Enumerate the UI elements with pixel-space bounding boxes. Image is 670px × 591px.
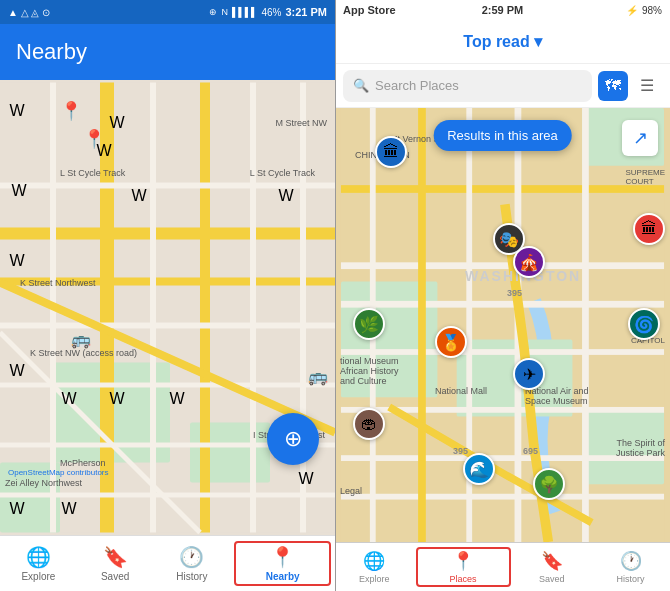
nav-item-explore[interactable]: 🌐 Explore: [0, 541, 77, 586]
avatar-icon-3: 🌿: [359, 315, 379, 334]
map-pin-w8: W: [8, 360, 26, 382]
ios-nav-explore[interactable]: 🌐 Explore: [335, 546, 414, 588]
museum-label-3: and Culture: [340, 376, 387, 386]
ios-nav-places[interactable]: 📍 Places: [416, 547, 511, 587]
svg-rect-24: [341, 185, 664, 193]
map-pin-w5: W: [130, 185, 148, 207]
svg-rect-16: [300, 83, 306, 533]
ios-saved-label: Saved: [539, 574, 565, 584]
avatar-11: 🏛: [633, 213, 665, 245]
search-icon: 🔍: [353, 78, 369, 93]
justice-label: Justice Park: [616, 448, 665, 458]
search-bar-container: 🔍 Search Places 🗺 ☰: [335, 64, 670, 108]
map-pin-w10: W: [108, 388, 126, 410]
avatar-1: 🏛: [375, 136, 407, 168]
svg-rect-7: [200, 83, 210, 533]
map-area-left[interactable]: M Street NW L St Cycle Track L St Cycle …: [0, 80, 335, 535]
ios-nav-saved[interactable]: 🔖 Saved: [513, 546, 592, 588]
map-credit: OpenStreetMap contributors: [8, 468, 109, 477]
results-tooltip[interactable]: Results in this area: [433, 120, 572, 151]
svg-rect-26: [341, 301, 664, 308]
map-pin-w14: W: [60, 498, 78, 520]
map-pin-w1: W: [108, 112, 126, 134]
search-placeholder: Search Places: [375, 78, 459, 93]
nearby-label: Nearby: [266, 571, 300, 582]
explore-icon: 🌐: [26, 545, 51, 569]
android-bottom-nav: 🌐 Explore 🔖 Saved 🕐 History 📍 Nearby: [0, 535, 335, 591]
avatar-icon-9: 🌊: [469, 460, 489, 479]
battery-percent: 46%: [261, 7, 281, 18]
avatar-9: 🌊: [463, 453, 495, 485]
avatar-6: 🌀: [628, 308, 660, 340]
avatar-icon-7: 🎪: [519, 253, 539, 272]
ios-nav-history[interactable]: 🕐 History: [591, 546, 670, 588]
search-bar[interactable]: 🔍 Search Places: [343, 70, 592, 102]
map-pin-bus1: 🚌: [309, 365, 327, 387]
top-read-label: Top read: [463, 33, 529, 51]
ios-explore-icon: 🌐: [363, 550, 385, 572]
history-label: History: [176, 571, 207, 582]
nav-item-nearby[interactable]: 📍 Nearby: [234, 541, 331, 586]
bluetooth-icon: ⚡: [626, 5, 638, 16]
location-icon: ⊕: [209, 7, 217, 17]
saved-label: Saved: [101, 571, 129, 582]
map-pin-w6: W: [277, 185, 295, 207]
avatar-icon-1: 🏛: [383, 143, 399, 161]
right-panel: App Store 2:59 PM ⚡ 98% Top read ▾ 🔍 Sea…: [335, 0, 670, 591]
map-pin-bus2: 🚌: [72, 328, 90, 350]
avatar-icon-4: 🏅: [441, 333, 461, 352]
ios-explore-label: Explore: [359, 574, 390, 584]
ios-places-label: Places: [450, 574, 477, 584]
avatar-8: 🏟: [353, 408, 385, 440]
status-left: ▲ △ ◬ ⊙: [8, 7, 50, 18]
avatar-7: 🎪: [513, 246, 545, 278]
road-label-3: L St Cycle Track: [250, 168, 315, 178]
svg-rect-33: [582, 108, 589, 542]
supreme-court-label: SUPREMECOURT: [625, 168, 665, 186]
view-toggle: 🗺 ☰: [598, 71, 662, 101]
museum-label-2: African History: [340, 366, 399, 376]
mall-label: National Mall: [435, 386, 487, 396]
page-title: Nearby: [16, 39, 87, 65]
ios-status-right-group: ⚡ 98%: [626, 5, 662, 16]
location-arrow-button[interactable]: ↗: [622, 120, 658, 156]
svg-rect-14: [150, 83, 156, 533]
map-pin-1: 📍: [62, 100, 80, 122]
avatar-icon-10: 🌳: [539, 475, 559, 494]
nearby-icon: 📍: [270, 545, 295, 569]
map-view-icon: 🗺: [605, 77, 621, 95]
time-display: 3:21 PM: [285, 6, 327, 18]
carrier-label: App Store: [343, 4, 396, 16]
chevron-down-icon: ▾: [534, 32, 542, 51]
top-read-button[interactable]: Top read ▾: [463, 32, 541, 51]
panel-divider: [335, 0, 336, 591]
avatar-10: 🌳: [533, 468, 565, 500]
map-view-toggle[interactable]: 🗺: [598, 71, 628, 101]
park-label: McPherson: [60, 458, 106, 468]
nav-item-saved[interactable]: 🔖 Saved: [77, 541, 154, 586]
legal-label: Legal: [340, 486, 362, 496]
ios-top-bar: Top read ▾: [335, 20, 670, 64]
map-pin-w3: W: [8, 100, 26, 122]
map-area-right[interactable]: CHINATOWN Mt Vernon Square WASHINGTON ti…: [335, 108, 670, 542]
svg-rect-27: [341, 349, 664, 355]
ios-status-bar: App Store 2:59 PM ⚡ 98%: [335, 0, 670, 20]
battery-level: 98%: [642, 5, 662, 16]
alley-label: Zei Alley Northwest: [5, 478, 82, 488]
svg-rect-15: [250, 83, 256, 533]
map-pin-w11: W: [168, 388, 186, 410]
saved-icon: 🔖: [103, 545, 128, 569]
map-roads-svg: [0, 80, 335, 535]
road-label-k: K Street Northwest: [20, 278, 96, 288]
arrow-icon: ↗: [633, 127, 648, 149]
nav-item-history[interactable]: 🕐 History: [154, 541, 231, 586]
list-view-toggle[interactable]: ☰: [632, 71, 662, 101]
map-background-right: CHINATOWN Mt Vernon Square WASHINGTON ti…: [335, 108, 670, 542]
android-status-bar: ▲ △ ◬ ⊙ ⊕ N ▌▌▌▌ 46% 3:21 PM: [0, 0, 335, 24]
ios-time: 2:59 PM: [482, 4, 524, 16]
location-fab[interactable]: ⊕: [267, 413, 319, 465]
map-pin-w9: W: [60, 388, 78, 410]
avatar-icon-11: 🏛: [641, 220, 657, 238]
ios-places-icon: 📍: [452, 550, 474, 572]
avatar-5: ✈: [513, 358, 545, 390]
